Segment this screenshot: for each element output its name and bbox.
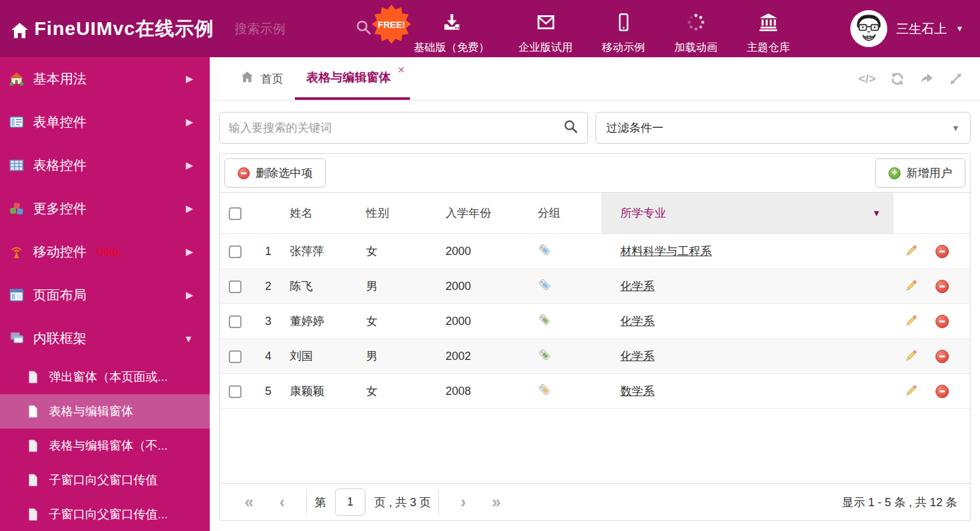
sidebar-subitem-popup-window[interactable]: 弹出窗体（本页面或... bbox=[0, 360, 210, 394]
delete-row-icon[interactable] bbox=[936, 350, 949, 363]
cell-year: 2000 bbox=[436, 234, 528, 269]
tab-home[interactable]: 首页 bbox=[229, 57, 295, 100]
major-link[interactable]: 化学系 bbox=[620, 315, 655, 328]
chevron-right-icon: ▶ bbox=[186, 246, 193, 258]
prev-page-button[interactable]: ‹ bbox=[266, 493, 299, 511]
delete-selected-button[interactable]: 删除选中项 bbox=[224, 158, 326, 188]
sidebar-subitem-label: 表格与编辑窗体 bbox=[49, 403, 133, 420]
sidebar-item-page-layout[interactable]: 页面布局 ▶ bbox=[0, 273, 210, 317]
tag-icon bbox=[538, 348, 552, 362]
cell-year: 2000 bbox=[436, 304, 528, 339]
delete-row-icon[interactable] bbox=[936, 245, 949, 258]
share-icon[interactable] bbox=[919, 71, 934, 86]
app-title: FineUIMvc在线示例 bbox=[34, 16, 214, 42]
sidebar-item-basic-usage[interactable]: 基本用法 ▶ bbox=[0, 57, 210, 100]
sidebar-subitem-child-to-parent[interactable]: 子窗口向父窗口传值 bbox=[0, 463, 210, 497]
nav-item-mobile-demo[interactable]: 移动示例 bbox=[602, 12, 645, 55]
sidebar-item-mobile-controls[interactable]: 移动控件 Corp. ▶ bbox=[0, 230, 210, 273]
tag-icon bbox=[538, 383, 552, 397]
column-header-gender: 性别 bbox=[357, 193, 436, 234]
next-page-button[interactable]: › bbox=[447, 493, 480, 511]
row-index: 4 bbox=[248, 339, 280, 374]
file-icon bbox=[27, 508, 39, 521]
sidebar-item-form-controls[interactable]: 表单控件 ▶ bbox=[0, 100, 210, 144]
app-header: FineUIMvc在线示例 搜索示例 FREE! 基础版（免费） bbox=[0, 0, 980, 57]
major-link[interactable]: 化学系 bbox=[620, 350, 655, 362]
edit-icon[interactable] bbox=[904, 384, 918, 398]
delete-row-icon[interactable] bbox=[936, 315, 949, 328]
row-checkbox[interactable] bbox=[229, 385, 242, 398]
sidebar-subitem-child-to-parent-2[interactable]: 子窗口向父窗口传值... bbox=[0, 497, 210, 531]
fullscreen-icon[interactable] bbox=[948, 71, 963, 86]
page-number-input[interactable] bbox=[335, 488, 365, 516]
sidebar-item-grid-controls[interactable]: 表格控件 ▶ bbox=[0, 144, 210, 187]
header-search[interactable]: 搜索示例 bbox=[235, 19, 372, 38]
main-area: 首页 表格与编辑窗体 ✕ </> bbox=[210, 57, 980, 531]
edit-icon[interactable] bbox=[904, 279, 918, 293]
grid-empty-space bbox=[220, 409, 970, 483]
tag-icon bbox=[538, 313, 552, 327]
row-checkbox[interactable] bbox=[229, 245, 242, 258]
chevron-right-icon: ▶ bbox=[186, 203, 193, 214]
cell-name: 康颖颖 bbox=[280, 374, 357, 409]
last-page-button[interactable]: » bbox=[480, 493, 513, 511]
select-all-checkbox[interactable] bbox=[229, 207, 242, 220]
refresh-icon[interactable] bbox=[890, 71, 905, 86]
search-icon[interactable] bbox=[563, 119, 578, 137]
user-menu[interactable]: 三生石上 ▼ bbox=[850, 10, 980, 47]
envelope-icon bbox=[536, 12, 556, 35]
keyword-search-input[interactable] bbox=[229, 121, 557, 135]
table-row: 4 刘国 男 2002 化学系 bbox=[220, 339, 970, 374]
close-icon[interactable]: ✕ bbox=[397, 65, 405, 75]
tab-grid-edit-window[interactable]: 表格与编辑窗体 ✕ bbox=[295, 57, 410, 100]
sidebar-item-more-controls[interactable]: 更多控件 ▶ bbox=[0, 187, 210, 230]
nav-label: 基础版（免费） bbox=[414, 40, 489, 55]
major-link[interactable]: 材料科学与工程系 bbox=[620, 245, 712, 258]
cell-name: 陈飞 bbox=[280, 269, 357, 304]
column-header-major[interactable]: 所学专业▼ bbox=[601, 193, 894, 234]
nav-item-loading-animation[interactable]: 加载动画 bbox=[674, 12, 718, 55]
page-suffix-label: 页 , 共 3 页 bbox=[374, 495, 431, 510]
svg-text:FREE!: FREE! bbox=[378, 20, 405, 30]
first-page-button[interactable]: « bbox=[233, 493, 266, 511]
nav-item-enterprise-trial[interactable]: 企业版试用 bbox=[519, 12, 573, 55]
search-icon[interactable] bbox=[355, 19, 372, 38]
edit-icon[interactable] bbox=[904, 349, 918, 363]
major-link[interactable]: 化学系 bbox=[620, 280, 655, 293]
sidebar-item-label: 内联框架 bbox=[33, 329, 86, 347]
cell-gender: 女 bbox=[357, 234, 436, 269]
brand[interactable]: FineUIMvc在线示例 bbox=[0, 16, 214, 42]
nav-label: 主题仓库 bbox=[747, 40, 790, 55]
minus-circle-icon bbox=[238, 167, 250, 179]
house-icon bbox=[9, 71, 24, 86]
tab-label: 表格与编辑窗体 bbox=[306, 69, 391, 86]
sidebar-subitem-grid-edit-window-2[interactable]: 表格与编辑窗体（不... bbox=[0, 429, 210, 463]
add-button-label: 新增用户 bbox=[906, 165, 952, 181]
record-summary: 显示 1 - 5 条 , 共 12 条 bbox=[842, 495, 957, 510]
source-code-icon[interactable]: </> bbox=[859, 72, 876, 86]
sidebar-subitem-label: 弹出窗体（本页面或... bbox=[49, 369, 168, 385]
filter-dropdown[interactable]: 过滤条件一 ▼ bbox=[595, 112, 970, 144]
sidebar-item-iframe[interactable]: 内联框架 ▼ bbox=[0, 317, 210, 360]
delete-row-icon[interactable] bbox=[936, 385, 949, 398]
form-icon bbox=[9, 114, 24, 130]
major-link[interactable]: 数学系 bbox=[620, 385, 655, 397]
tab-bar: 首页 表格与编辑窗体 ✕ </> bbox=[210, 57, 980, 100]
corp-badge: Corp. bbox=[97, 246, 121, 258]
edit-icon[interactable] bbox=[904, 244, 918, 258]
table-row: 3 董婷婷 女 2000 化学系 bbox=[220, 304, 970, 339]
nav-item-theme-store[interactable]: 主题仓库 bbox=[747, 12, 790, 55]
add-user-button[interactable]: 新增用户 bbox=[875, 158, 965, 188]
table-row: 1 张萍萍 女 2000 材料科学与工程系 bbox=[220, 234, 970, 269]
row-checkbox[interactable] bbox=[229, 280, 242, 293]
row-checkbox[interactable] bbox=[229, 315, 242, 328]
row-checkbox[interactable] bbox=[229, 350, 242, 363]
edit-icon[interactable] bbox=[904, 314, 918, 328]
app-root: FineUIMvc在线示例 搜索示例 FREE! 基础版（免费） bbox=[0, 0, 980, 531]
sidebar-item-label: 移动控件 bbox=[33, 243, 86, 261]
nav-item-basic-free[interactable]: FREE! 基础版（免费） bbox=[414, 12, 489, 55]
sidebar-subitem-grid-edit-window[interactable]: 表格与编辑窗体 bbox=[0, 394, 210, 429]
delete-row-icon[interactable] bbox=[936, 280, 949, 293]
table-row: 5 康颖颖 女 2008 数学系 bbox=[220, 374, 970, 409]
chevron-right-icon: ▶ bbox=[186, 73, 193, 85]
